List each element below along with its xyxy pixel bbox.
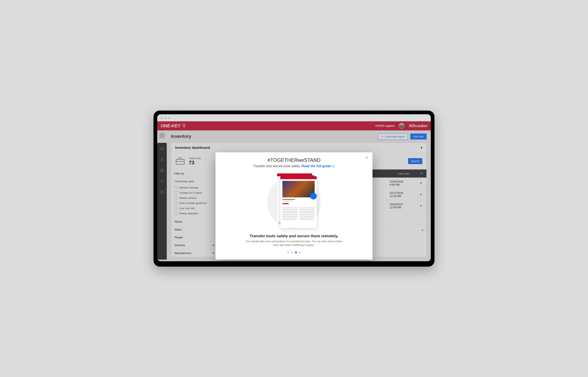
window-minimize-dot[interactable]	[164, 117, 166, 119]
modal-overlay: #TOGETHERweSTAND Transfer and secure too…	[157, 121, 431, 261]
modal-illustration	[263, 173, 325, 228]
covid-modal: #TOGETHERweSTAND Transfer and secure too…	[216, 152, 372, 259]
carousel-dot-1[interactable]	[291, 252, 293, 253]
browser-chrome	[157, 114, 431, 121]
modal-subtitle: Transfer and secure tools safely. Read t…	[224, 164, 364, 168]
modal-heading: Transfer tools safely and secure them re…	[224, 234, 364, 238]
carousel-dot-0[interactable]	[287, 252, 289, 253]
close-icon[interactable]	[365, 156, 369, 160]
window-maximize-dot[interactable]	[168, 117, 170, 119]
external-link-icon	[332, 165, 335, 168]
modal-hashtag: #TOGETHERweSTAND	[224, 157, 364, 163]
carousel-dots	[224, 252, 364, 253]
modal-description: You should take extra precautions for tr…	[244, 240, 344, 247]
carousel-dot-2[interactable]	[295, 252, 297, 253]
read-guide-link[interactable]: Read the full guide	[302, 164, 335, 168]
document-photo	[282, 181, 315, 197]
window-close-dot[interactable]	[161, 117, 162, 119]
carousel-dot-3[interactable]	[299, 252, 301, 253]
